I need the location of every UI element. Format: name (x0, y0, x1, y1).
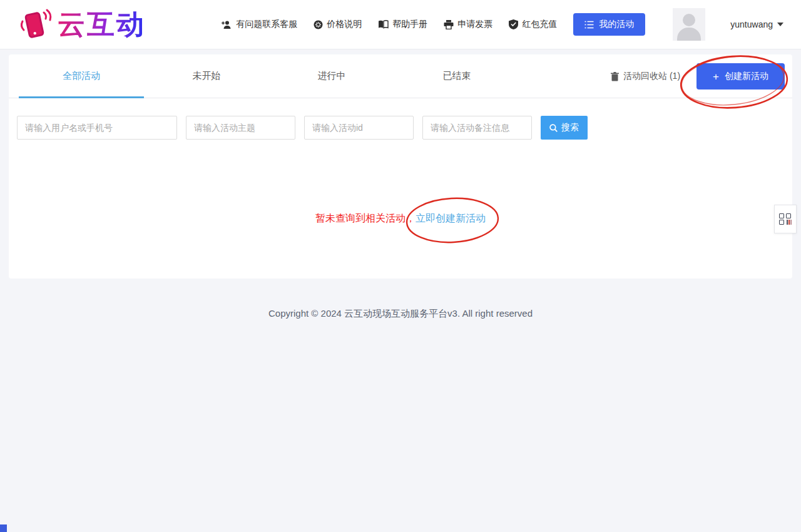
recycle-bin-label: 活动回收站 (1) (623, 71, 680, 82)
chevron-down-icon (777, 23, 783, 26)
activity-id-input[interactable] (304, 116, 414, 140)
nav-pricing[interactable]: 价格说明 (314, 19, 362, 30)
nav-label: 有问题联系客服 (236, 19, 297, 30)
nav-help-manual[interactable]: 帮助手册 (378, 19, 427, 30)
search-icon (549, 124, 558, 132)
top-header: 云互动 有问题联系客服 价格说明 (0, 0, 801, 49)
apps-grid-icon (779, 213, 792, 225)
empty-state: 暂未查询到相关活动，立即创建新活动 (9, 212, 792, 225)
copyright-text: Copyright © 2024 云互动现场互动服务平台v3. All righ… (0, 308, 801, 320)
username-or-phone-input[interactable] (17, 116, 177, 140)
create-now-link[interactable]: 立即创建新活动 (416, 213, 486, 223)
my-activities-label: 我的活动 (599, 19, 634, 30)
logo[interactable]: 云互动 (18, 8, 146, 41)
header-nav: 有问题联系客服 价格说明 帮助手册 (222, 8, 783, 41)
activities-card: 全部活动 未开始 进行中 已结束 活动回收站 (1) (9, 54, 792, 279)
nav-label: 价格说明 (327, 19, 362, 30)
brand-name: 云互动 (58, 11, 146, 38)
brand-phone-icon (18, 8, 54, 41)
empty-state-message: 暂未查询到相关活动， (315, 213, 416, 223)
printer-icon (444, 20, 454, 29)
avatar[interactable] (673, 8, 705, 41)
user-menu[interactable]: yuntuwang (730, 19, 783, 29)
username: yuntuwang (730, 19, 773, 29)
list-icon (584, 21, 594, 29)
create-activity-label: 创建新活动 (725, 71, 768, 82)
badge-icon (314, 20, 323, 29)
side-panel-toggle[interactable] (774, 205, 797, 233)
tab-bar: 全部活动 未开始 进行中 已结束 活动回收站 (1) (9, 54, 792, 98)
search-button[interactable]: 搜索 (541, 116, 588, 140)
nav-red-packet-recharge[interactable]: 红包充值 (509, 19, 557, 30)
nav-label: 帮助手册 (392, 19, 427, 30)
page: 云互动 有问题联系客服 价格说明 (0, 0, 801, 532)
tab-toolbar: 活动回收站 (1) + 创建新活动 (611, 54, 785, 98)
activity-topic-input[interactable] (186, 116, 295, 140)
trash-icon (611, 72, 619, 81)
tab-in-progress[interactable]: 进行中 (269, 54, 394, 98)
my-activities-button[interactable]: 我的活动 (573, 13, 645, 36)
nav-label: 红包充值 (522, 19, 557, 30)
activity-note-input[interactable] (422, 116, 532, 140)
tab-all-activities[interactable]: 全部活动 (19, 54, 144, 98)
search-filters: 搜索 (17, 116, 588, 140)
shield-check-icon (509, 19, 518, 29)
avatar-silhouette (683, 14, 695, 26)
book-icon (378, 20, 389, 29)
nav-label: 申请发票 (457, 19, 492, 30)
recycle-bin-link[interactable]: 活动回收站 (1) (611, 71, 680, 82)
tab-not-started[interactable]: 未开始 (144, 54, 269, 98)
search-button-label: 搜索 (561, 122, 579, 133)
plus-icon: + (713, 71, 719, 82)
tab-ended[interactable]: 已结束 (394, 54, 519, 98)
person-plus-icon (222, 20, 232, 29)
corner-marker (0, 524, 7, 532)
nav-contact-support[interactable]: 有问题联系客服 (222, 19, 297, 30)
create-activity-button[interactable]: + 创建新活动 (696, 63, 785, 90)
nav-request-invoice[interactable]: 申请发票 (444, 19, 492, 30)
